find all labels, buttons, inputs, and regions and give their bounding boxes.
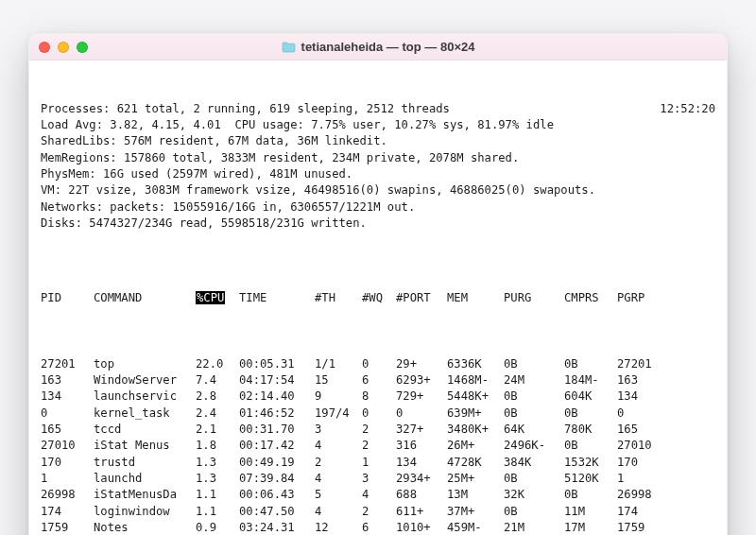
minimize-button[interactable] <box>58 42 69 53</box>
col-cpu: %CPU <box>196 290 239 306</box>
table-row: 1launchd1.307:39.84432934+25M+0B5120K1 <box>41 471 715 487</box>
window-title: tetianaleheida — top — 80×24 <box>29 40 727 54</box>
table-header: PID COMMAND %CPU TIME #TH #WQ #PORT MEM … <box>41 290 715 306</box>
col-port: #PORT <box>396 290 447 306</box>
table-row: 27201top22.000:05.311/1029+6336K0B0B2720… <box>41 356 715 372</box>
table-row: 170trustd1.300:49.19211344728K384K1532K1… <box>41 455 715 471</box>
col-command: COMMAND <box>94 290 196 306</box>
table-row: 26998iStatMenusDa1.100:06.435468813M32K0… <box>41 487 715 503</box>
col-th: #TH <box>315 290 362 306</box>
titlebar[interactable]: tetianaleheida — top — 80×24 <box>29 34 727 60</box>
table-row: 163WindowServer7.404:17:541566293+1468M-… <box>41 372 715 388</box>
close-button[interactable] <box>39 42 50 53</box>
col-cmprs: CMPRS <box>564 290 617 306</box>
table-row: 0kernel_task2.401:46:52197/400639M+0B0B0 <box>41 406 715 422</box>
summary-line: VM: 22T vsize, 3083M framework vsize, 46… <box>41 182 715 198</box>
traffic-lights <box>39 42 88 53</box>
table-row: 165tccd2.100:31.7032327+3480K+64K780K165 <box>41 422 715 438</box>
col-time: TIME <box>239 290 315 306</box>
summary-line: Processes: 621 total, 2 running, 619 sle… <box>41 101 715 117</box>
terminal-window: tetianaleheida — top — 80×24 Processes: … <box>28 33 728 535</box>
top-summary: Processes: 621 total, 2 running, 619 sle… <box>41 101 715 233</box>
col-pid: PID <box>41 290 94 306</box>
table-row: 134launchservic2.802:14.4098729+5448K+0B… <box>41 388 715 405</box>
summary-line: PhysMem: 16G used (2597M wired), 481M un… <box>41 166 715 182</box>
table-row: 27010iStat Menus1.800:17.424231626M+2496… <box>41 438 715 454</box>
col-pgrp: PGRP <box>617 290 666 306</box>
summary-line: Networks: packets: 15055916/16G in, 6306… <box>41 199 715 216</box>
col-wq: #WQ <box>362 290 396 306</box>
maximize-button[interactable] <box>77 42 88 53</box>
summary-line: Disks: 5474327/234G read, 5598518/231G w… <box>41 216 715 232</box>
summary-line: Load Avg: 3.82, 4.15, 4.01 CPU usage: 7.… <box>41 117 715 133</box>
summary-line: MemRegions: 157860 total, 3833M resident… <box>41 150 715 166</box>
terminal-content[interactable]: Processes: 621 total, 2 running, 619 sle… <box>29 60 727 535</box>
clock: 12:52:20 <box>660 101 715 117</box>
window-title-text: tetianaleheida — top — 80×24 <box>301 40 475 54</box>
folder-icon <box>282 42 296 53</box>
col-mem: MEM <box>447 290 504 306</box>
table-row: 174loginwindow1.100:47.5042611+37M+0B11M… <box>41 504 715 520</box>
process-table: 27201top22.000:05.311/1029+6336K0B0B2720… <box>41 356 715 535</box>
summary-line: SharedLibs: 576M resident, 67M data, 36M… <box>41 133 715 149</box>
sort-indicator: %CPU <box>196 291 225 304</box>
table-row: 1759Notes0.903:24.311261010+459M-21M17M1… <box>41 520 715 535</box>
col-purg: PURG <box>504 290 564 306</box>
